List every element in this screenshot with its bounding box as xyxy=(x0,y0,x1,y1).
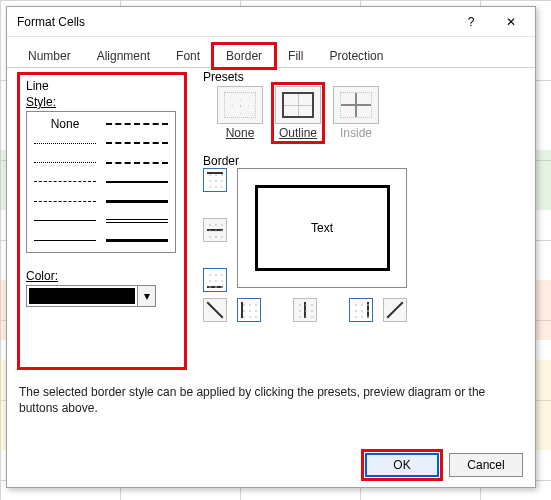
line-color-dropdown[interactable]: ▾ xyxy=(26,285,156,307)
line-style-none[interactable]: None xyxy=(29,114,101,133)
tab-alignment[interactable]: Alignment xyxy=(84,44,163,68)
dialog-body: Line Style: None Color: xyxy=(7,68,535,487)
titlebar: Format Cells ? ✕ xyxy=(7,7,535,37)
hint-text: The selected border style can be applied… xyxy=(19,384,515,416)
border-left-button[interactable] xyxy=(237,298,261,322)
diagonal-down-icon xyxy=(207,302,223,318)
format-cells-dialog: Format Cells ? ✕ Number Alignment Font B… xyxy=(6,6,536,488)
line-style-opt[interactable] xyxy=(101,192,173,211)
preview-text: Text xyxy=(311,221,333,235)
preset-outline[interactable]: Outline xyxy=(275,86,321,140)
border-preview-inner: Text xyxy=(255,185,390,271)
chevron-down-icon: ▾ xyxy=(137,286,155,306)
tab-protection[interactable]: Protection xyxy=(316,44,396,68)
border-preview[interactable]: Text xyxy=(237,168,407,288)
tab-fill[interactable]: Fill xyxy=(275,44,316,68)
line-style-opt[interactable] xyxy=(101,114,173,133)
tabstrip: Number Alignment Font Border Fill Protec… xyxy=(7,37,535,68)
line-style-opt[interactable] xyxy=(101,211,173,230)
line-style-opt[interactable] xyxy=(101,133,173,152)
border-diagonal-up-button[interactable] xyxy=(383,298,407,322)
line-style-label: Style: xyxy=(26,95,178,109)
preset-inside-icon xyxy=(340,92,372,118)
line-style-opt[interactable] xyxy=(101,172,173,191)
tab-number[interactable]: Number xyxy=(15,44,84,68)
line-color-label: Color: xyxy=(26,269,178,283)
border-right-button[interactable] xyxy=(349,298,373,322)
line-style-opt[interactable] xyxy=(101,231,173,250)
tab-border[interactable]: Border xyxy=(213,44,275,68)
border-diagonal-down-button[interactable] xyxy=(203,298,227,322)
tab-font[interactable]: Font xyxy=(163,44,213,68)
cancel-button[interactable]: Cancel xyxy=(449,453,523,477)
preset-inside[interactable]: Inside xyxy=(333,86,379,140)
line-style-opt[interactable] xyxy=(29,172,101,191)
close-icon: ✕ xyxy=(506,15,516,29)
border-area: Text xyxy=(203,168,403,318)
diagonal-up-icon xyxy=(387,302,403,318)
line-style-opt[interactable] xyxy=(101,153,173,172)
line-style-opt[interactable] xyxy=(29,211,101,230)
border-horizontal-button[interactable] xyxy=(203,218,227,242)
border-right-icon xyxy=(353,302,369,318)
line-style-opt[interactable] xyxy=(29,192,101,211)
line-style-opt[interactable] xyxy=(29,231,101,250)
border-label: Border xyxy=(203,154,239,168)
preset-none[interactable]: None xyxy=(217,86,263,140)
border-bottom-icon xyxy=(207,272,223,288)
border-bottom-button[interactable] xyxy=(203,268,227,292)
border-top-button[interactable] xyxy=(203,168,227,192)
line-group-label: Line xyxy=(26,79,178,93)
line-style-list[interactable]: None xyxy=(26,111,176,253)
line-group: Line Style: None Color: xyxy=(17,72,187,370)
ok-button[interactable]: OK xyxy=(365,453,439,477)
border-top-icon xyxy=(207,172,223,188)
help-button[interactable]: ? xyxy=(451,8,491,36)
line-style-opt[interactable] xyxy=(29,153,101,172)
presets-row: None Outline Inside xyxy=(217,86,379,140)
presets-label: Presets xyxy=(203,70,244,84)
dialog-title: Format Cells xyxy=(17,15,451,29)
preset-outline-icon xyxy=(282,92,314,118)
line-style-opt[interactable] xyxy=(29,133,101,152)
color-swatch-icon xyxy=(29,288,135,304)
dialog-buttons: OK Cancel xyxy=(365,453,523,477)
border-vertical-icon xyxy=(297,302,313,318)
border-horizontal-icon xyxy=(207,222,223,238)
close-button[interactable]: ✕ xyxy=(491,8,531,36)
border-vertical-button[interactable] xyxy=(293,298,317,322)
question-icon: ? xyxy=(468,15,475,29)
border-left-icon xyxy=(241,302,257,318)
preset-none-icon xyxy=(224,92,256,118)
